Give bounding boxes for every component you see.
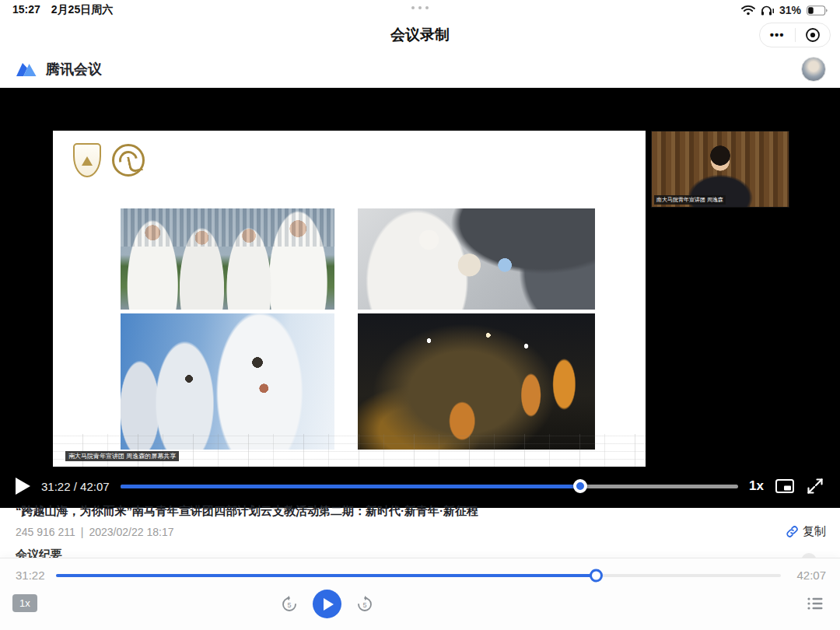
more-dots-icon: •••: [770, 31, 785, 39]
playback-speed-button[interactable]: 1x: [749, 478, 764, 494]
current-time: 31:22: [16, 569, 45, 582]
brand: 腾讯会议: [14, 59, 102, 79]
play-button[interactable]: [16, 478, 30, 495]
slide-logos: [73, 143, 145, 177]
user-avatar[interactable]: [801, 57, 826, 82]
seal-logo-icon: [112, 144, 145, 177]
total-time: 42:07: [796, 569, 826, 582]
target-circle-icon: [805, 27, 821, 43]
photo-frost-soldiers: [121, 313, 334, 450]
clock: 15:27: [12, 3, 40, 17]
shared-slide: 南大马院青年宣讲团 周逸森的屏幕共享: [53, 131, 646, 467]
screen-share-label: 南大马院青年宣讲团 周逸森的屏幕共享: [65, 451, 179, 461]
player-controls: 31:22 / 42:07 1x: [0, 472, 840, 500]
bottom-progress-row: 31:22 42:07: [0, 565, 840, 586]
miniprogram-capsule: •••: [759, 23, 831, 47]
speaker-name-label: 南大马院青年宣讲团 周逸森: [654, 195, 726, 205]
meta-separator: |: [81, 526, 84, 538]
skyline-artwork: [53, 434, 646, 467]
photo-lab-team: [121, 208, 334, 310]
tencent-meeting-logo-icon: [14, 59, 39, 79]
link-icon: [786, 525, 799, 538]
headphones-icon: [761, 5, 774, 16]
video-player[interactable]: 南大马院青年宣讲团 周逸森的屏幕共享 南大马院青年宣讲团 周逸森 31:22 /…: [0, 88, 840, 508]
video-progress-handle[interactable]: [573, 479, 587, 493]
more-button[interactable]: •••: [760, 23, 795, 47]
bottom-progress-fill: [56, 574, 596, 577]
picture-in-picture-button[interactable]: [775, 478, 795, 495]
wifi-icon: [741, 5, 755, 16]
video-progress-bar[interactable]: [121, 485, 739, 488]
forward-5-button[interactable]: 5: [355, 595, 374, 614]
app-name: 腾讯会议: [46, 60, 102, 79]
svg-text:5: 5: [362, 600, 366, 608]
copy-label: 复制: [803, 524, 826, 539]
nav-bar: 会议录制 •••: [0, 20, 840, 51]
bottom-play-button[interactable]: [313, 590, 341, 618]
date: 2月25日周六: [51, 3, 113, 17]
time-display: 31:22 / 42:07: [41, 480, 110, 493]
bottom-speed-badge[interactable]: 1x: [12, 594, 37, 612]
chapter-list-button[interactable]: [806, 594, 824, 613]
university-emblem-icon: [73, 143, 101, 177]
copy-link-button[interactable]: 复制: [786, 524, 826, 539]
meeting-number: 245 916 211: [16, 526, 75, 538]
rewind-5-button[interactable]: 5: [280, 595, 299, 614]
svg-text:5: 5: [287, 600, 291, 608]
battery-percent: 31%: [779, 4, 801, 16]
status-bar: 15:27 2月25日周六 31%: [0, 0, 840, 20]
multitask-dots: [411, 6, 429, 9]
recording-meta: 245 916 211 | 2023/02/22 18:17: [16, 526, 173, 538]
recording-title: “跨越山海，为你而来”南马青年宣讲团四部计划云支教活动第二期：新时代·新青年·新…: [16, 504, 778, 519]
bottom-progress-bar[interactable]: [56, 574, 781, 577]
page-title: 会议录制: [0, 25, 840, 45]
video-progress-fill: [121, 485, 581, 488]
bottom-player-bar: 31:22 42:07 1x 5 5: [0, 558, 840, 630]
close-button[interactable]: [796, 23, 831, 47]
photo-night-workers: [358, 313, 595, 450]
photo-ppe-megaphone: [358, 208, 595, 310]
battery-icon: [807, 5, 828, 16]
recording-datetime: 2023/02/22 18:17: [89, 526, 173, 538]
transport-controls: 5 5: [280, 590, 374, 618]
play-triangle-icon: [324, 598, 334, 611]
speaker-video-thumbnail[interactable]: 南大马院青年宣讲团 周逸森: [651, 131, 789, 208]
app-header: 腾讯会议: [0, 51, 840, 88]
bottom-progress-handle[interactable]: [590, 569, 603, 583]
fullscreen-button[interactable]: [806, 477, 824, 495]
